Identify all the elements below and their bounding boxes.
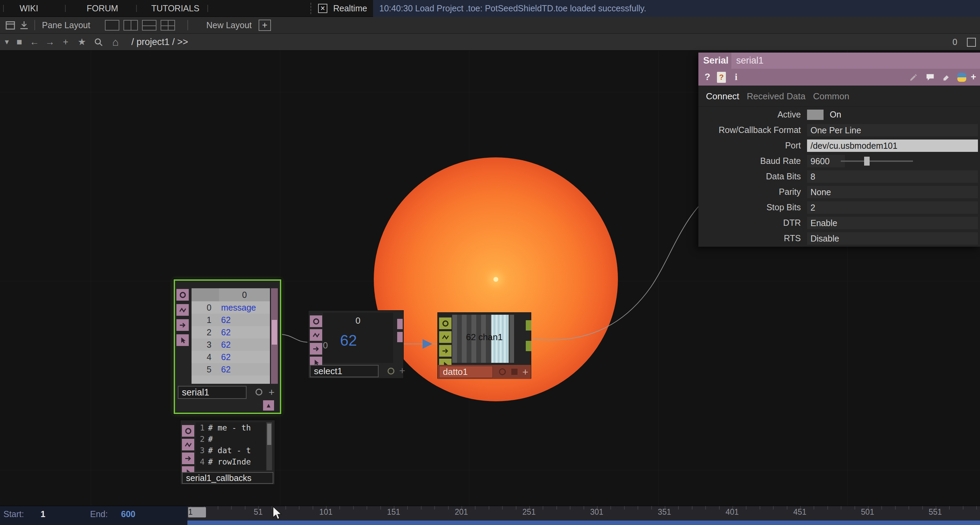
timeline-tick[interactable]: 1 [188, 508, 193, 517]
new-layout-label[interactable]: New Layout [206, 17, 252, 34]
timeline-tick[interactable]: 451 [793, 508, 807, 517]
viewer-toggle-icon[interactable] [388, 368, 395, 374]
callbacks-name-field[interactable]: serial1_callbacks [182, 472, 274, 484]
param-label[interactable]: RTS [698, 230, 801, 246]
viewer-toggle-icon[interactable] [256, 389, 262, 395]
param-label[interactable]: Stop Bits [698, 200, 801, 215]
connector-arrow-icon[interactable] [439, 345, 452, 357]
timeline-tick[interactable]: 501 [861, 508, 874, 517]
connector-zigzag-icon[interactable] [177, 304, 189, 316]
menu-item-forum[interactable]: FORUM [87, 0, 118, 17]
param-value[interactable]: Enable [807, 217, 978, 229]
pane-menu-dropdown-icon[interactable]: ▼ [0, 34, 14, 51]
promote-arrow-icon[interactable]: ▲ [263, 400, 274, 411]
realtime-checkbox[interactable]: × [318, 4, 327, 13]
timeline-tick[interactable]: 51 [254, 508, 263, 517]
param-value[interactable]: On [830, 107, 841, 122]
serial1-name-field[interactable]: serial1 [178, 386, 247, 399]
forward-icon[interactable]: → [43, 34, 57, 51]
scrollbar-handle[interactable] [272, 320, 277, 345]
connector-circle-icon[interactable] [177, 289, 189, 301]
param-value[interactable]: 9600 [807, 155, 845, 167]
back-icon[interactable]: ← [27, 34, 41, 51]
select1-name-field[interactable]: select1 [310, 365, 379, 377]
tab-connect[interactable]: Connect [706, 86, 739, 107]
timeline-tick[interactable]: 151 [387, 508, 400, 517]
info-icon[interactable]: i [735, 69, 738, 86]
output-connector[interactable] [526, 320, 531, 330]
end-value-field[interactable]: 600 [121, 508, 135, 520]
search-icon[interactable] [94, 37, 104, 48]
serial1-connectors[interactable] [177, 281, 189, 346]
expand-icon[interactable]: + [269, 387, 275, 398]
toggle-slider[interactable] [807, 109, 824, 120]
scrollbar-handle[interactable] [267, 423, 271, 445]
python-help-icon[interactable]: ? [717, 72, 726, 83]
save-layout-icon[interactable] [19, 20, 30, 31]
stop-icon[interactable]: ■ [13, 34, 26, 51]
scrollbar[interactable] [271, 288, 278, 384]
python-icon[interactable] [957, 73, 966, 82]
output-connector[interactable] [397, 332, 402, 342]
menu-item-tutorials[interactable]: TUTORIALS [151, 0, 199, 17]
layout-split-vertical-button[interactable] [123, 20, 138, 30]
pencil-icon[interactable] [909, 73, 918, 82]
param-value[interactable]: One Per Line [807, 124, 978, 136]
tab-received-data[interactable]: Received Data [747, 86, 806, 107]
connector-circle-icon[interactable] [182, 425, 194, 437]
connector-circle-icon[interactable] [439, 317, 452, 329]
param-label[interactable]: Row/Callback Format [698, 122, 801, 138]
node-serial1[interactable]: 0 0message162262362462562 serial1 + ▲ [173, 279, 281, 414]
node-serial1-callbacks[interactable]: 1# me - th2#3# dat - t4# rowInde serial1… [180, 420, 275, 485]
timeline-tick[interactable]: 251 [522, 508, 535, 517]
maximize-pane-icon[interactable] [967, 38, 976, 47]
node-datto1[interactable]: 62 chan1 datto1 + [438, 312, 531, 379]
param-label[interactable]: Baud Rate [698, 153, 801, 169]
param-value[interactable]: /dev/cu.usbmodem101 [807, 140, 978, 152]
param-label[interactable]: Data Bits [698, 169, 801, 184]
add-layout-button[interactable]: + [259, 20, 271, 31]
slider-handle[interactable] [864, 157, 870, 166]
add-operator-icon[interactable]: + [59, 34, 73, 51]
comment-icon[interactable] [925, 73, 935, 82]
connector-circle-icon[interactable] [310, 316, 322, 327]
param-label[interactable]: Parity [698, 184, 801, 200]
connector-arrow-icon[interactable] [177, 319, 189, 331]
viewer-toggle-icon[interactable] [499, 368, 506, 375]
timeline-tick[interactable]: 551 [929, 508, 942, 517]
connector-arrow-icon[interactable] [310, 343, 322, 355]
operator-name-field[interactable]: serial1 [732, 52, 980, 69]
timeline-ruler[interactable]: 151101151201251301351401451501551 [188, 506, 980, 520]
output-connector[interactable] [526, 341, 531, 351]
param-value[interactable]: 2 [807, 201, 978, 214]
timeline-bar[interactable]: Start: 1 End: 600 1511011512012513013514… [0, 506, 980, 525]
wire-datto1-output[interactable] [533, 191, 715, 340]
layout-single-button[interactable] [105, 20, 119, 30]
home-icon[interactable]: ⌂ [109, 34, 123, 51]
select1-connectors[interactable] [310, 311, 322, 368]
connector-hand-icon[interactable] [177, 334, 189, 346]
output-connector[interactable] [397, 319, 402, 329]
wire-serial1-select1[interactable] [281, 334, 307, 342]
eraser-icon[interactable] [942, 73, 951, 82]
flag-icon[interactable] [511, 369, 517, 375]
connector-zigzag-icon[interactable] [439, 331, 452, 343]
connector-zigzag-icon[interactable] [182, 439, 194, 450]
param-label[interactable]: Port [698, 138, 801, 153]
slider-track[interactable] [841, 160, 913, 162]
layout-quad-button[interactable] [161, 20, 175, 30]
expand-icon[interactable]: + [522, 367, 528, 377]
param-label[interactable]: DTR [698, 215, 801, 230]
tab-common[interactable]: Common [813, 86, 849, 107]
timeline-tick[interactable]: 101 [320, 508, 332, 517]
timeline-tick[interactable]: 201 [455, 508, 468, 517]
timeline-range-bar[interactable] [188, 520, 980, 525]
timeline-tick[interactable]: 351 [658, 508, 671, 517]
datto1-connectors[interactable] [439, 312, 452, 370]
param-value[interactable]: Disable [807, 232, 978, 245]
breadcrumb[interactable]: / project1 / >> [131, 34, 188, 51]
add-parameter-icon[interactable]: + [971, 69, 976, 86]
start-value-field[interactable]: 1 [41, 508, 45, 520]
connector-zigzag-icon[interactable] [310, 329, 322, 341]
node-select1[interactable]: 0 0 62 select1 + [308, 310, 404, 379]
